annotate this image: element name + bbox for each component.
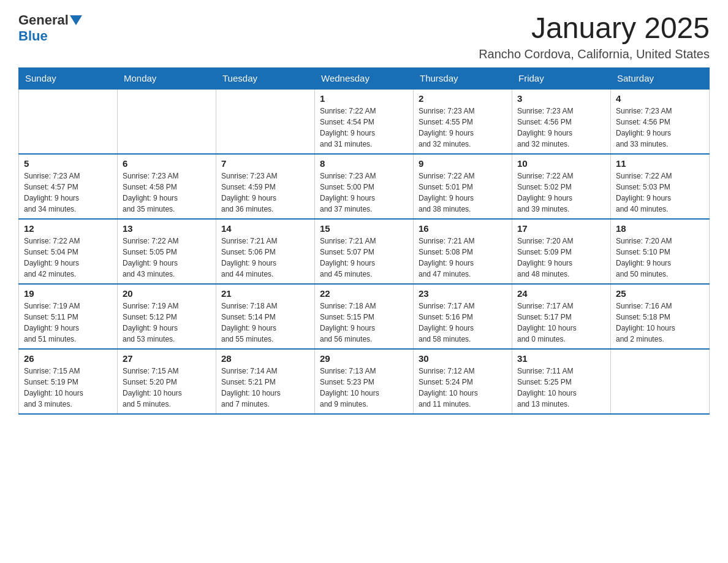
day-number: 13 [123, 223, 211, 234]
calendar-cell [611, 349, 710, 414]
calendar-cell: 31Sunrise: 7:11 AMSunset: 5:25 PMDayligh… [512, 349, 611, 414]
day-number: 29 [320, 353, 408, 364]
calendar-cell [216, 89, 315, 154]
day-info: Sunrise: 7:11 AMSunset: 5:25 PMDaylight:… [517, 366, 605, 410]
day-number: 15 [320, 223, 408, 234]
day-number: 24 [517, 288, 605, 299]
weekday-header-thursday: Thursday [414, 67, 512, 89]
day-number: 21 [221, 288, 309, 299]
day-number: 10 [517, 158, 605, 169]
logo-blue: Blue [18, 28, 48, 44]
day-info: Sunrise: 7:18 AMSunset: 5:15 PMDaylight:… [320, 301, 408, 345]
day-number: 6 [123, 158, 211, 169]
day-info: Sunrise: 7:19 AMSunset: 5:11 PMDaylight:… [24, 301, 112, 345]
calendar-cell: 16Sunrise: 7:21 AMSunset: 5:08 PMDayligh… [414, 219, 512, 284]
weekday-header-saturday: Saturday [611, 67, 710, 89]
day-info: Sunrise: 7:21 AMSunset: 5:07 PMDaylight:… [320, 236, 408, 280]
day-info: Sunrise: 7:17 AMSunset: 5:16 PMDaylight:… [419, 301, 507, 345]
day-info: Sunrise: 7:22 AMSunset: 5:02 PMDaylight:… [517, 170, 605, 215]
calendar-cell: 6Sunrise: 7:23 AMSunset: 4:58 PMDaylight… [118, 154, 216, 219]
day-number: 8 [320, 158, 408, 169]
weekday-header-monday: Monday [118, 67, 216, 89]
calendar-cell: 15Sunrise: 7:21 AMSunset: 5:07 PMDayligh… [315, 219, 414, 284]
calendar-cell: 10Sunrise: 7:22 AMSunset: 5:02 PMDayligh… [512, 154, 611, 219]
day-number: 31 [517, 353, 605, 364]
day-number: 2 [419, 93, 507, 104]
calendar-cell: 5Sunrise: 7:23 AMSunset: 4:57 PMDaylight… [19, 154, 118, 219]
month-title: January 2025 [479, 12, 710, 45]
calendar-cell [118, 89, 216, 154]
day-number: 30 [419, 353, 507, 364]
calendar-week-3: 12Sunrise: 7:22 AMSunset: 5:04 PMDayligh… [19, 219, 710, 284]
calendar-cell: 1Sunrise: 7:22 AMSunset: 4:54 PMDaylight… [315, 89, 414, 154]
day-number: 27 [123, 353, 211, 364]
day-info: Sunrise: 7:20 AMSunset: 5:09 PMDaylight:… [517, 236, 605, 280]
day-info: Sunrise: 7:20 AMSunset: 5:10 PMDaylight:… [616, 236, 704, 280]
day-info: Sunrise: 7:15 AMSunset: 5:19 PMDaylight:… [24, 366, 112, 410]
calendar-cell: 26Sunrise: 7:15 AMSunset: 5:19 PMDayligh… [19, 349, 118, 414]
calendar-cell: 24Sunrise: 7:17 AMSunset: 5:17 PMDayligh… [512, 284, 611, 349]
page-header: General Blue January 2025 Rancho Cordova… [18, 12, 710, 61]
day-number: 28 [221, 353, 309, 364]
calendar-week-4: 19Sunrise: 7:19 AMSunset: 5:11 PMDayligh… [19, 284, 710, 349]
day-info: Sunrise: 7:18 AMSunset: 5:14 PMDaylight:… [221, 301, 309, 345]
weekday-header-wednesday: Wednesday [315, 67, 414, 89]
day-info: Sunrise: 7:22 AMSunset: 4:54 PMDaylight:… [320, 105, 408, 150]
day-number: 19 [24, 288, 112, 299]
calendar-cell: 18Sunrise: 7:20 AMSunset: 5:10 PMDayligh… [611, 219, 710, 284]
logo-triangle-icon [70, 15, 82, 25]
calendar-cell: 19Sunrise: 7:19 AMSunset: 5:11 PMDayligh… [19, 284, 118, 349]
day-info: Sunrise: 7:23 AMSunset: 5:00 PMDaylight:… [320, 170, 408, 215]
day-info: Sunrise: 7:23 AMSunset: 4:58 PMDaylight:… [123, 170, 211, 215]
day-number: 16 [419, 223, 507, 234]
title-section: January 2025 Rancho Cordova, California,… [479, 12, 710, 61]
day-info: Sunrise: 7:14 AMSunset: 5:21 PMDaylight:… [221, 366, 309, 410]
day-info: Sunrise: 7:21 AMSunset: 5:08 PMDaylight:… [419, 236, 507, 280]
calendar-cell: 20Sunrise: 7:19 AMSunset: 5:12 PMDayligh… [118, 284, 216, 349]
day-info: Sunrise: 7:23 AMSunset: 4:55 PMDaylight:… [419, 105, 507, 150]
location: Rancho Cordova, California, United State… [479, 47, 710, 61]
calendar-cell: 28Sunrise: 7:14 AMSunset: 5:21 PMDayligh… [216, 349, 315, 414]
calendar-week-1: 1Sunrise: 7:22 AMSunset: 4:54 PMDaylight… [19, 89, 710, 154]
day-number: 5 [24, 158, 112, 169]
weekday-header-friday: Friday [512, 67, 611, 89]
day-info: Sunrise: 7:19 AMSunset: 5:12 PMDaylight:… [123, 301, 211, 345]
weekday-header-sunday: Sunday [19, 67, 118, 89]
calendar-cell: 4Sunrise: 7:23 AMSunset: 4:56 PMDaylight… [611, 89, 710, 154]
day-info: Sunrise: 7:22 AMSunset: 5:04 PMDaylight:… [24, 236, 112, 280]
calendar-cell: 8Sunrise: 7:23 AMSunset: 5:00 PMDaylight… [315, 154, 414, 219]
calendar-table: SundayMondayTuesdayWednesdayThursdayFrid… [18, 67, 710, 415]
day-info: Sunrise: 7:22 AMSunset: 5:03 PMDaylight:… [616, 170, 704, 215]
day-number: 20 [123, 288, 211, 299]
calendar-week-2: 5Sunrise: 7:23 AMSunset: 4:57 PMDaylight… [19, 154, 710, 219]
day-number: 17 [517, 223, 605, 234]
calendar-cell: 11Sunrise: 7:22 AMSunset: 5:03 PMDayligh… [611, 154, 710, 219]
day-info: Sunrise: 7:12 AMSunset: 5:24 PMDaylight:… [419, 366, 507, 410]
calendar-cell: 23Sunrise: 7:17 AMSunset: 5:16 PMDayligh… [414, 284, 512, 349]
calendar-cell [19, 89, 118, 154]
day-number: 23 [419, 288, 507, 299]
calendar-cell: 21Sunrise: 7:18 AMSunset: 5:14 PMDayligh… [216, 284, 315, 349]
weekday-header-row: SundayMondayTuesdayWednesdayThursdayFrid… [19, 67, 710, 89]
day-info: Sunrise: 7:16 AMSunset: 5:18 PMDaylight:… [616, 301, 704, 345]
calendar-cell: 7Sunrise: 7:23 AMSunset: 4:59 PMDaylight… [216, 154, 315, 219]
calendar-cell: 27Sunrise: 7:15 AMSunset: 5:20 PMDayligh… [118, 349, 216, 414]
day-info: Sunrise: 7:22 AMSunset: 5:05 PMDaylight:… [123, 236, 211, 280]
calendar-cell: 29Sunrise: 7:13 AMSunset: 5:23 PMDayligh… [315, 349, 414, 414]
day-info: Sunrise: 7:13 AMSunset: 5:23 PMDaylight:… [320, 366, 408, 410]
calendar-cell: 14Sunrise: 7:21 AMSunset: 5:06 PMDayligh… [216, 219, 315, 284]
day-info: Sunrise: 7:23 AMSunset: 4:56 PMDaylight:… [616, 105, 704, 150]
calendar-cell: 17Sunrise: 7:20 AMSunset: 5:09 PMDayligh… [512, 219, 611, 284]
calendar-cell: 3Sunrise: 7:23 AMSunset: 4:56 PMDaylight… [512, 89, 611, 154]
day-info: Sunrise: 7:17 AMSunset: 5:17 PMDaylight:… [517, 301, 605, 345]
day-number: 25 [616, 288, 704, 299]
day-number: 26 [24, 353, 112, 364]
day-number: 12 [24, 223, 112, 234]
day-info: Sunrise: 7:23 AMSunset: 4:59 PMDaylight:… [221, 170, 309, 215]
day-number: 3 [517, 93, 605, 104]
logo: General Blue [18, 12, 82, 44]
calendar-cell: 9Sunrise: 7:22 AMSunset: 5:01 PMDaylight… [414, 154, 512, 219]
day-number: 9 [419, 158, 507, 169]
day-info: Sunrise: 7:23 AMSunset: 4:57 PMDaylight:… [24, 170, 112, 215]
day-info: Sunrise: 7:23 AMSunset: 4:56 PMDaylight:… [517, 105, 605, 150]
